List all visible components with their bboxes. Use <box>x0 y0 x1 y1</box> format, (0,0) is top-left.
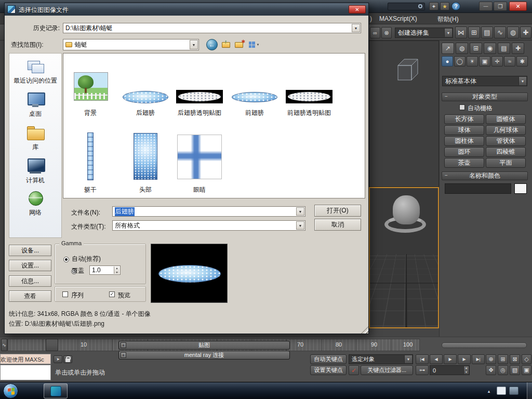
unlink-tool-icon[interactable]: ⊗ <box>381 27 392 38</box>
chevron-down-icon[interactable]: ▼ <box>518 77 526 85</box>
set-key-check-icon[interactable]: ✓ <box>349 365 359 375</box>
object-name-input[interactable] <box>445 183 511 194</box>
thumb-rear-wing-mask[interactable] <box>176 90 223 103</box>
chevron-down-icon[interactable]: ▼ <box>296 207 304 216</box>
thumb-front-wing[interactable] <box>232 92 277 102</box>
button-teapot[interactable]: 茶壶 <box>444 158 484 168</box>
thumb-eyes[interactable] <box>177 135 222 179</box>
gamma-auto-radio[interactable] <box>63 257 69 262</box>
button-box[interactable]: 长方体 <box>444 114 484 124</box>
tray-expand-icon[interactable]: ▴ <box>485 387 493 395</box>
maxscript-input-line[interactable] <box>0 365 51 380</box>
tab-hierarchy[interactable]: ⊞ <box>470 43 482 54</box>
button-tube[interactable]: 管状体 <box>486 136 526 146</box>
file-name[interactable]: 背景 <box>64 109 116 117</box>
current-frame-field[interactable]: 0 ▲▼ <box>430 365 470 375</box>
look-in-combo[interactable]: 蜻蜓 ▼ <box>63 39 199 50</box>
favorites-star-icon[interactable]: ★ <box>440 2 449 10</box>
viewport-top[interactable] <box>369 41 439 187</box>
curve-editor-icon[interactable]: ∿ <box>494 26 506 38</box>
go-to-start-button[interactable]: |◀ <box>416 354 429 364</box>
rollout-object-type[interactable]: − 对象类型 <box>442 92 528 101</box>
place-computer[interactable]: 计算机 <box>9 157 61 185</box>
dialog-close-button[interactable]: ✕ <box>349 5 366 14</box>
selection-filter-icon[interactable]: ➤ <box>54 355 62 363</box>
gamma-spinner[interactable]: ▲▼ <box>114 267 119 274</box>
maximize-button[interactable]: ❐ <box>494 2 507 11</box>
autogrid-checkbox[interactable] <box>459 104 465 110</box>
align-tool-icon[interactable]: ⊞ <box>468 26 480 38</box>
tray-icon[interactable] <box>509 387 518 395</box>
subtab-helpers[interactable]: ✛ <box>491 56 503 66</box>
view-menu-button[interactable]: ▼ <box>247 39 261 50</box>
infocenter-search-input[interactable] <box>388 3 425 10</box>
place-libraries[interactable]: 库 <box>9 124 61 152</box>
tab-create[interactable]: ↗ <box>442 43 454 54</box>
timeline-scrollbar[interactable] <box>442 342 527 348</box>
help-icon[interactable]: ? <box>451 2 460 10</box>
rollout-maps[interactable]: + 贴图 <box>118 341 290 350</box>
chevron-down-icon[interactable]: ▼ <box>352 24 360 32</box>
file-name[interactable]: 后翅膀 <box>119 109 171 117</box>
subtab-systems[interactable]: ✱ <box>516 56 528 66</box>
up-one-level-button[interactable]: ↑ <box>220 39 232 50</box>
key-filters-button[interactable]: 关键点过滤器... <box>361 365 413 375</box>
pan-tool[interactable]: ✥ <box>486 365 496 375</box>
button-cone[interactable]: 圆锥体 <box>486 114 526 124</box>
chevron-down-icon[interactable]: ▼ <box>296 221 304 230</box>
key-mode-toggle[interactable]: ⊶ <box>416 365 429 375</box>
next-frame-button[interactable]: ▶ <box>458 354 471 364</box>
previous-frame-button[interactable]: ◀ <box>430 354 443 364</box>
subtab-lights[interactable]: ☀ <box>467 56 478 66</box>
info-button[interactable]: 信息... <box>9 275 51 287</box>
layers-tool-icon[interactable]: ▤ <box>481 26 493 38</box>
thumb-rear-wing[interactable] <box>123 91 168 103</box>
chevron-down-icon[interactable]: ▼ <box>444 29 452 37</box>
button-plane[interactable]: 平面 <box>486 158 526 168</box>
play-button[interactable]: ▶ <box>444 354 457 364</box>
schematic-view-icon[interactable]: ◍ <box>507 26 519 38</box>
orbit-tool[interactable]: ◎ <box>498 365 508 375</box>
expand-icon[interactable]: + <box>121 352 126 358</box>
menu-maxscript[interactable]: MAXScript(X) <box>379 15 417 22</box>
tray-icon-input[interactable] <box>497 387 506 395</box>
filename-input[interactable]: 后翅膀 ▼ <box>112 206 305 217</box>
view-button[interactable]: 查看 <box>9 290 51 302</box>
file-name[interactable]: 前翅膀透明贴图 <box>283 109 335 117</box>
primitive-category-combo[interactable]: 标准基本体 ▼ <box>442 76 527 86</box>
setup-button[interactable]: 设置... <box>9 260 51 271</box>
fov-tool[interactable]: ◇ <box>522 354 531 364</box>
object-color-swatch[interactable] <box>514 183 527 194</box>
selection-lock-icon[interactable] <box>63 355 72 363</box>
dialog-titlebar[interactable]: 选择位图图像文件 ✕ <box>5 3 368 16</box>
file-name[interactable]: 眼睛 <box>174 185 225 194</box>
file-name[interactable]: 躯干 <box>64 185 116 194</box>
subtab-shapes[interactable]: ◯ <box>454 56 466 66</box>
button-cylinder[interactable]: 圆柱体 <box>444 136 484 146</box>
resize-grip[interactable] <box>361 326 368 334</box>
thumb-torso[interactable] <box>87 132 94 180</box>
show-desktop-button[interactable] <box>527 382 532 399</box>
frame-spinner[interactable]: ▲▼ <box>463 366 469 374</box>
expand-icon[interactable]: + <box>121 342 126 348</box>
time-slider-handle[interactable] <box>46 339 58 351</box>
open-button[interactable]: 打开(O) <box>314 205 361 217</box>
maxscript-mini-listener[interactable]: 欢迎使用 MAXSc <box>0 354 51 364</box>
menu-help[interactable]: 帮助(H) <box>437 15 459 24</box>
selection-set-filter-combo[interactable]: 选定对象 ▼ <box>349 354 413 364</box>
taskbar-button-3dsmax[interactable] <box>44 383 68 398</box>
tab-modify[interactable]: ◍ <box>456 43 468 54</box>
mirror-tool-icon[interactable]: ⋈ <box>455 26 467 38</box>
place-desktop[interactable]: 桌面 <box>9 91 61 118</box>
button-geosphere[interactable]: 几何球体 <box>486 125 526 135</box>
go-to-end-button[interactable]: ▶| <box>472 354 485 364</box>
scene-object[interactable] <box>393 195 420 224</box>
file-name[interactable]: 前翅膀 <box>229 109 281 117</box>
subtab-cameras[interactable]: ▣ <box>479 56 490 66</box>
link-tool-icon[interactable]: ∞ <box>370 27 380 38</box>
rollout-name-color[interactable]: − 名称和颜色 <box>442 171 528 180</box>
back-button[interactable]: ← <box>206 39 218 50</box>
tab-motion[interactable]: ◉ <box>484 43 496 54</box>
devices-button[interactable]: 设备... <box>9 245 51 256</box>
chevron-down-icon[interactable]: ▼ <box>190 40 198 49</box>
